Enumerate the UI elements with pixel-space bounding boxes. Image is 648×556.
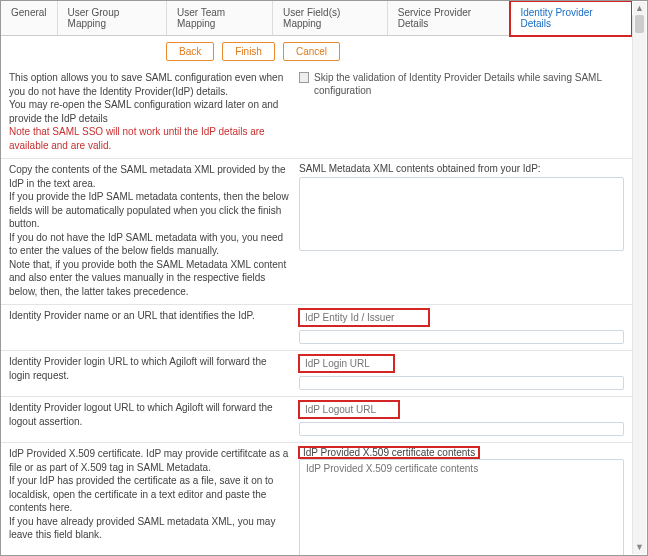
tab-general[interactable]: General <box>1 1 58 35</box>
login-desc: Identity Provider login URL to which Agi… <box>9 355 289 382</box>
metadata-desc-4: Note that, if you provide both the SAML … <box>9 258 289 299</box>
entity-id-input-full[interactable] <box>299 330 624 344</box>
finish-button[interactable]: Finish <box>222 42 275 61</box>
skip-intro-2: You may re-open the SAML configuration w… <box>9 98 289 125</box>
entity-section: Identity Provider name or an URL that id… <box>1 305 632 351</box>
logout-url-input-full[interactable] <box>299 422 624 436</box>
cert-desc-1: IdP Provided X.509 certificate. IdP may … <box>9 447 289 474</box>
login-url-input[interactable] <box>299 355 394 372</box>
metadata-desc-2: If you provide the IdP SAML metadata con… <box>9 190 289 231</box>
scroll-up-icon[interactable]: ▲ <box>633 2 646 15</box>
tab-service-provider-details[interactable]: Service Provider Details <box>388 1 511 35</box>
cert-placeholder-label: IdP Provided X.509 certificate contents <box>299 446 479 459</box>
logout-desc: Identity Provider logout URL to which Ag… <box>9 401 289 428</box>
skip-validation-section: This option allows you to save SAML conf… <box>1 67 632 159</box>
tab-user-fields-mapping[interactable]: User Field(s) Mapping <box>273 1 388 35</box>
login-url-input-full[interactable] <box>299 376 624 390</box>
entity-desc: Identity Provider name or an URL that id… <box>9 309 289 323</box>
logout-section: Identity Provider logout URL to which Ag… <box>1 397 632 443</box>
tab-user-group-mapping[interactable]: User Group Mapping <box>58 1 167 35</box>
metadata-desc-1: Copy the contents of the SAML metadata X… <box>9 163 289 190</box>
cert-section: IdP Provided X.509 certificate. IdP may … <box>1 443 632 555</box>
cancel-button[interactable]: Cancel <box>283 42 340 61</box>
tab-bar: General User Group Mapping User Team Map… <box>1 1 632 36</box>
cert-textarea[interactable] <box>299 459 624 555</box>
metadata-desc-3: If you do not have the IdP SAML metadata… <box>9 231 289 258</box>
skip-validation-label: Skip the validation of Identity Provider… <box>314 71 624 97</box>
metadata-section: Copy the contents of the SAML metadata X… <box>1 159 632 305</box>
login-section: Identity Provider login URL to which Agi… <box>1 351 632 397</box>
skip-intro-1: This option allows you to save SAML conf… <box>9 71 289 98</box>
cert-desc-3: If you have already provided SAML metada… <box>9 515 289 542</box>
skip-warning: Note that SAML SSO will not work until t… <box>9 125 289 152</box>
metadata-field-label: SAML Metadata XML contents obtained from… <box>299 163 624 174</box>
top-button-row: Back Finish Cancel <box>1 36 632 67</box>
scrollbar-thumb[interactable] <box>635 15 644 33</box>
logout-url-input[interactable] <box>299 401 399 418</box>
metadata-textarea[interactable] <box>299 177 624 251</box>
tab-identity-provider-details[interactable]: Identity Provider Details <box>510 1 632 36</box>
entity-id-input[interactable] <box>299 309 429 326</box>
vertical-scrollbar[interactable]: ▲ ▼ <box>632 15 646 554</box>
cert-desc-2: If your IdP has provided the certificate… <box>9 474 289 515</box>
scroll-down-icon[interactable]: ▼ <box>633 541 646 554</box>
back-button[interactable]: Back <box>166 42 214 61</box>
skip-validation-checkbox[interactable] <box>299 72 309 83</box>
tab-user-team-mapping[interactable]: User Team Mapping <box>167 1 273 35</box>
